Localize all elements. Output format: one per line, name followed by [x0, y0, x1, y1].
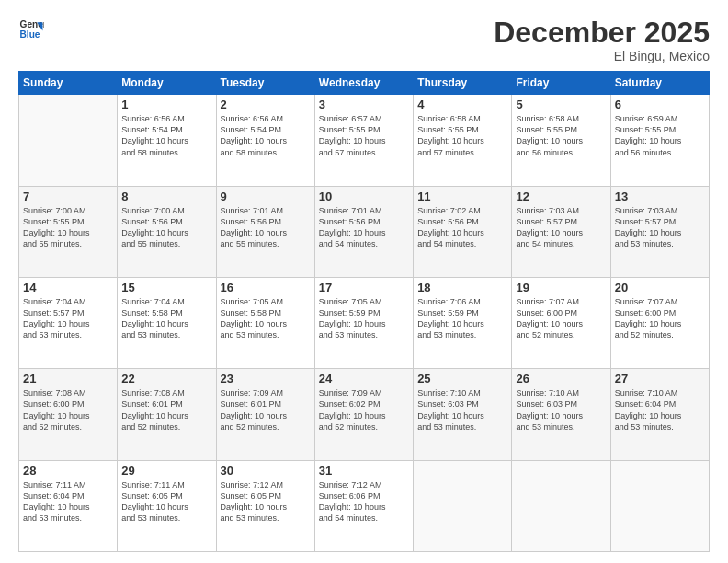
day-info: Sunrise: 7:00 AM Sunset: 5:55 PM Dayligh… — [23, 205, 113, 250]
day-number: 7 — [23, 190, 113, 203]
header-sunday: Sunday — [19, 72, 118, 95]
day-number: 5 — [516, 98, 606, 111]
table-row: 19Sunrise: 7:07 AM Sunset: 6:00 PM Dayli… — [512, 277, 610, 368]
day-number: 21 — [23, 372, 113, 385]
day-info: Sunrise: 7:11 AM Sunset: 6:05 PM Dayligh… — [121, 479, 211, 524]
day-info: Sunrise: 6:58 AM Sunset: 5:55 PM Dayligh… — [516, 113, 606, 158]
table-row: 10Sunrise: 7:01 AM Sunset: 5:56 PM Dayli… — [314, 186, 413, 277]
table-row — [610, 460, 709, 551]
day-info: Sunrise: 7:05 AM Sunset: 5:59 PM Dayligh… — [319, 296, 409, 341]
calendar-week-row: 7Sunrise: 7:00 AM Sunset: 5:55 PM Daylig… — [19, 186, 710, 277]
day-info: Sunrise: 7:10 AM Sunset: 6:03 PM Dayligh… — [417, 387, 507, 432]
table-row: 3Sunrise: 6:57 AM Sunset: 5:55 PM Daylig… — [314, 95, 413, 186]
day-info: Sunrise: 7:09 AM Sunset: 6:02 PM Dayligh… — [319, 387, 409, 432]
day-info: Sunrise: 7:00 AM Sunset: 5:56 PM Dayligh… — [121, 205, 211, 250]
logo-icon: General Blue — [18, 17, 44, 42]
day-number: 27 — [615, 372, 705, 385]
day-number: 9 — [221, 190, 311, 203]
day-info: Sunrise: 7:08 AM Sunset: 6:00 PM Dayligh… — [23, 387, 113, 432]
day-number: 10 — [319, 190, 409, 203]
calendar-table: Sunday Monday Tuesday Wednesday Thursday… — [18, 71, 710, 552]
table-row: 9Sunrise: 7:01 AM Sunset: 5:56 PM Daylig… — [216, 186, 314, 277]
table-row: 18Sunrise: 7:06 AM Sunset: 5:59 PM Dayli… — [414, 277, 512, 368]
day-number: 28 — [23, 464, 113, 477]
table-row: 22Sunrise: 7:08 AM Sunset: 6:01 PM Dayli… — [118, 369, 216, 460]
svg-text:Blue: Blue — [20, 29, 40, 40]
table-row: 17Sunrise: 7:05 AM Sunset: 5:59 PM Dayli… — [314, 277, 413, 368]
calendar-week-row: 1Sunrise: 6:56 AM Sunset: 5:54 PM Daylig… — [19, 95, 710, 186]
table-row: 25Sunrise: 7:10 AM Sunset: 6:03 PM Dayli… — [414, 369, 512, 460]
day-number: 17 — [319, 281, 409, 294]
day-number: 15 — [121, 281, 211, 294]
day-number: 3 — [319, 98, 409, 111]
day-info: Sunrise: 7:08 AM Sunset: 6:01 PM Dayligh… — [121, 387, 211, 432]
day-info: Sunrise: 7:07 AM Sunset: 6:00 PM Dayligh… — [516, 296, 606, 341]
day-number: 2 — [221, 98, 311, 111]
header-monday: Monday — [118, 72, 216, 95]
day-number: 18 — [417, 281, 507, 294]
table-row: 15Sunrise: 7:04 AM Sunset: 5:58 PM Dayli… — [118, 277, 216, 368]
day-info: Sunrise: 7:04 AM Sunset: 5:58 PM Dayligh… — [121, 296, 211, 341]
header-thursday: Thursday — [414, 72, 512, 95]
day-info: Sunrise: 6:56 AM Sunset: 5:54 PM Dayligh… — [121, 113, 211, 158]
day-number: 1 — [121, 98, 211, 111]
table-row: 2Sunrise: 6:56 AM Sunset: 5:54 PM Daylig… — [216, 95, 314, 186]
day-number: 31 — [319, 464, 409, 477]
day-info: Sunrise: 7:01 AM Sunset: 5:56 PM Dayligh… — [319, 205, 409, 250]
table-row: 12Sunrise: 7:03 AM Sunset: 5:57 PM Dayli… — [512, 186, 610, 277]
day-number: 6 — [615, 98, 705, 111]
location: El Bingu, Mexico — [494, 49, 710, 63]
day-number: 20 — [615, 281, 705, 294]
day-number: 26 — [516, 372, 606, 385]
day-info: Sunrise: 6:58 AM Sunset: 5:55 PM Dayligh… — [417, 113, 507, 158]
day-info: Sunrise: 7:10 AM Sunset: 6:03 PM Dayligh… — [516, 387, 606, 432]
day-info: Sunrise: 7:03 AM Sunset: 5:57 PM Dayligh… — [615, 205, 705, 250]
day-number: 24 — [319, 372, 409, 385]
calendar-header-row: Sunday Monday Tuesday Wednesday Thursday… — [19, 72, 710, 95]
title-block: December 2025 El Bingu, Mexico — [494, 17, 710, 63]
day-info: Sunrise: 7:03 AM Sunset: 5:57 PM Dayligh… — [516, 205, 606, 250]
day-info: Sunrise: 7:06 AM Sunset: 5:59 PM Dayligh… — [417, 296, 507, 341]
calendar-week-row: 21Sunrise: 7:08 AM Sunset: 6:00 PM Dayli… — [19, 369, 710, 460]
day-number: 22 — [121, 372, 211, 385]
day-info: Sunrise: 6:57 AM Sunset: 5:55 PM Dayligh… — [319, 113, 409, 158]
day-number: 12 — [516, 190, 606, 203]
table-row: 28Sunrise: 7:11 AM Sunset: 6:04 PM Dayli… — [19, 460, 118, 551]
day-number: 16 — [221, 281, 311, 294]
day-number: 8 — [121, 190, 211, 203]
day-info: Sunrise: 7:01 AM Sunset: 5:56 PM Dayligh… — [221, 205, 311, 250]
day-info: Sunrise: 7:11 AM Sunset: 6:04 PM Dayligh… — [23, 479, 113, 524]
day-number: 23 — [221, 372, 311, 385]
day-number: 19 — [516, 281, 606, 294]
table-row: 23Sunrise: 7:09 AM Sunset: 6:01 PM Dayli… — [216, 369, 314, 460]
table-row — [512, 460, 610, 551]
day-info: Sunrise: 7:09 AM Sunset: 6:01 PM Dayligh… — [221, 387, 311, 432]
table-row: 1Sunrise: 6:56 AM Sunset: 5:54 PM Daylig… — [118, 95, 216, 186]
header-tuesday: Tuesday — [216, 72, 314, 95]
calendar-week-row: 28Sunrise: 7:11 AM Sunset: 6:04 PM Dayli… — [19, 460, 710, 551]
day-info: Sunrise: 6:59 AM Sunset: 5:55 PM Dayligh… — [615, 113, 705, 158]
table-row: 27Sunrise: 7:10 AM Sunset: 6:04 PM Dayli… — [610, 369, 709, 460]
table-row — [414, 460, 512, 551]
table-row: 31Sunrise: 7:12 AM Sunset: 6:06 PM Dayli… — [314, 460, 413, 551]
day-info: Sunrise: 7:12 AM Sunset: 6:06 PM Dayligh… — [319, 479, 409, 524]
table-row: 24Sunrise: 7:09 AM Sunset: 6:02 PM Dayli… — [314, 369, 413, 460]
calendar-week-row: 14Sunrise: 7:04 AM Sunset: 5:57 PM Dayli… — [19, 277, 710, 368]
day-number: 13 — [615, 190, 705, 203]
day-info: Sunrise: 7:12 AM Sunset: 6:05 PM Dayligh… — [221, 479, 311, 524]
day-number: 25 — [417, 372, 507, 385]
day-info: Sunrise: 6:56 AM Sunset: 5:54 PM Dayligh… — [221, 113, 311, 158]
day-info: Sunrise: 7:02 AM Sunset: 5:56 PM Dayligh… — [417, 205, 507, 250]
table-row: 4Sunrise: 6:58 AM Sunset: 5:55 PM Daylig… — [414, 95, 512, 186]
table-row: 7Sunrise: 7:00 AM Sunset: 5:55 PM Daylig… — [19, 186, 118, 277]
day-number: 30 — [221, 464, 311, 477]
day-number: 14 — [23, 281, 113, 294]
table-row: 26Sunrise: 7:10 AM Sunset: 6:03 PM Dayli… — [512, 369, 610, 460]
table-row: 21Sunrise: 7:08 AM Sunset: 6:00 PM Dayli… — [19, 369, 118, 460]
table-row: 8Sunrise: 7:00 AM Sunset: 5:56 PM Daylig… — [118, 186, 216, 277]
table-row: 20Sunrise: 7:07 AM Sunset: 6:00 PM Dayli… — [610, 277, 709, 368]
day-info: Sunrise: 7:07 AM Sunset: 6:00 PM Dayligh… — [615, 296, 705, 341]
table-row: 29Sunrise: 7:11 AM Sunset: 6:05 PM Dayli… — [118, 460, 216, 551]
table-row: 30Sunrise: 7:12 AM Sunset: 6:05 PM Dayli… — [216, 460, 314, 551]
table-row — [19, 95, 118, 186]
